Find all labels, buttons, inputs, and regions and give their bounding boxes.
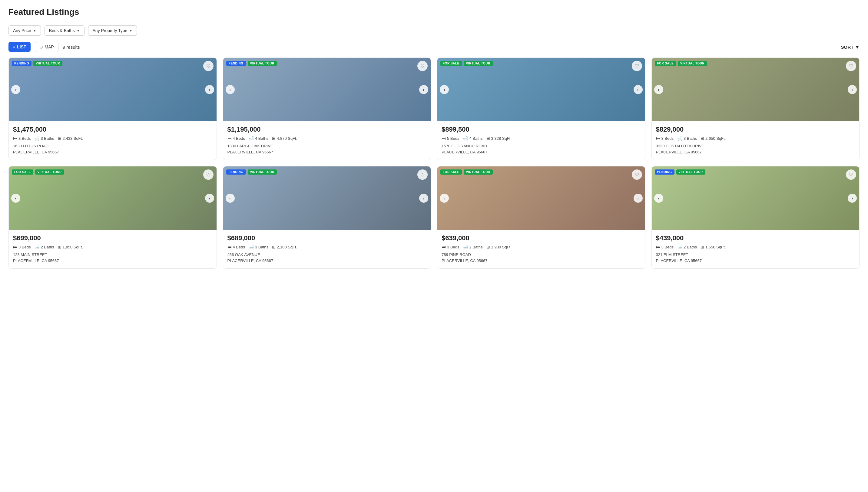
prev-image-button[interactable]: ‹ <box>11 194 20 203</box>
beds-detail: 🛏 3 Beds <box>13 136 30 141</box>
favorite-button[interactable]: ♡ <box>417 61 428 71</box>
prev-image-button[interactable]: ‹ <box>226 85 235 94</box>
bath-icon: 🛁 <box>249 245 254 249</box>
beds-value: 4 Beds <box>233 136 245 141</box>
baths-value: 3 Baths <box>255 245 268 249</box>
next-image-button[interactable]: › <box>634 85 643 94</box>
sqft-icon: ⊞ <box>272 245 276 249</box>
card-price: $1,475,000 <box>13 126 212 133</box>
badge-row: PENDING VIRTUAL TOUR <box>655 169 705 175</box>
virtual-tour-badge: VIRTUAL TOUR <box>248 61 277 66</box>
list-button-label: LIST <box>17 45 26 49</box>
baths-value: 4 Baths <box>469 136 483 141</box>
property-type-filter[interactable]: Any Property Type ▼ <box>88 25 137 36</box>
price-filter-chevron: ▼ <box>33 29 36 32</box>
sqft-value: 1,650 SqFt. <box>705 245 726 249</box>
status-badge: PENDING <box>226 61 246 66</box>
prev-image-button[interactable]: ‹ <box>440 85 449 94</box>
favorite-button[interactable]: ♡ <box>417 169 428 180</box>
map-button-label: MAP <box>45 45 54 49</box>
favorite-button[interactable]: ♡ <box>846 169 856 180</box>
favorite-button[interactable]: ♡ <box>203 169 213 180</box>
next-image-button[interactable]: › <box>205 194 214 203</box>
listing-card[interactable]: FOR SALE VIRTUAL TOUR ♡ ‹ › $829,000 🛏 3… <box>652 57 860 160</box>
bed-icon: 🛏 <box>13 136 17 141</box>
status-badge: FOR SALE <box>440 169 462 175</box>
sqft-icon: ⊞ <box>701 245 704 249</box>
listing-card[interactable]: PENDING VIRTUAL TOUR ♡ ‹ › $689,000 🛏 4 … <box>223 166 431 269</box>
sort-button[interactable]: SORT ▼ <box>841 45 860 50</box>
beds-value: 3 Beds <box>19 245 30 249</box>
next-image-button[interactable]: › <box>848 194 857 203</box>
baths-value: 4 Baths <box>255 136 268 141</box>
baths-detail: 🛁 2 Baths <box>34 245 54 249</box>
prev-image-button[interactable]: ‹ <box>440 194 449 203</box>
list-view-button[interactable]: ≡ LIST <box>8 42 30 52</box>
map-view-button[interactable]: ⊙ MAP <box>35 42 58 52</box>
favorite-button[interactable]: ♡ <box>632 61 642 71</box>
property-type-chevron: ▼ <box>129 29 132 32</box>
sqft-detail: ⊞ 1,850 SqFt. <box>58 245 83 249</box>
listing-card[interactable]: PENDING VIRTUAL TOUR ♡ ‹ › $1,195,000 🛏 … <box>223 57 431 160</box>
next-image-button[interactable]: › <box>419 85 428 94</box>
sqft-icon: ⊞ <box>58 245 62 249</box>
listing-card[interactable]: PENDING VIRTUAL TOUR ♡ ‹ › $439,000 🛏 3 … <box>652 166 860 269</box>
card-details: 🛏 4 Beds 🛁 3 Baths ⊞ 2,100 SqFt. <box>228 245 427 249</box>
prev-image-button[interactable]: ‹ <box>654 194 663 203</box>
card-price: $439,000 <box>656 234 855 242</box>
beds-value: 3 Beds <box>661 136 674 141</box>
page-title: Featured Listings <box>8 7 860 17</box>
card-address: 321 ELM STREET PLACERVILLE, CA 95667 <box>656 252 855 264</box>
prev-image-button[interactable]: ‹ <box>11 85 20 94</box>
list-icon: ≡ <box>13 45 15 49</box>
virtual-tour-badge: VIRTUAL TOUR <box>248 169 277 175</box>
favorite-button[interactable]: ♡ <box>846 61 856 71</box>
beds-detail: 🛏 3 Beds <box>656 136 674 141</box>
prev-image-button[interactable]: ‹ <box>654 85 663 94</box>
card-body: $1,475,000 🛏 3 Beds 🛁 3 Baths ⊞ 2,433 Sq… <box>9 121 216 160</box>
address-line1: 1570 OLD RANCH ROAD <box>442 143 641 149</box>
address-line2: PLACERVILLE, CA 95667 <box>442 258 641 264</box>
address-line1: 321 ELM STREET <box>656 252 855 258</box>
card-body: $1,195,000 🛏 4 Beds 🛁 4 Baths ⊞ 4,870 Sq… <box>223 121 431 160</box>
favorite-button[interactable]: ♡ <box>203 61 213 71</box>
beds-baths-filter[interactable]: Beds & Baths ▼ <box>45 25 85 36</box>
listing-card[interactable]: PENDING VIRTUAL TOUR ♡ ‹ › $1,475,000 🛏 … <box>8 57 217 160</box>
listing-card[interactable]: FOR SALE VIRTUAL TOUR ♡ ‹ › $699,000 🛏 3… <box>8 166 217 269</box>
virtual-tour-badge: VIRTUAL TOUR <box>464 61 493 66</box>
card-details: 🛏 3 Beds 🛁 2 Baths ⊞ 1,980 SqFt. <box>442 245 641 249</box>
sqft-icon: ⊞ <box>701 136 704 141</box>
listing-card[interactable]: FOR SALE VIRTUAL TOUR ♡ ‹ › $639,000 🛏 3… <box>437 166 646 269</box>
address-line1: 1300 LARGE OAK DRIVE <box>228 143 427 149</box>
sqft-detail: ⊞ 2,100 SqFt. <box>272 245 297 249</box>
sqft-detail: ⊞ 1,650 SqFt. <box>701 245 726 249</box>
property-type-filter-label: Any Property Type <box>93 28 127 33</box>
price-filter[interactable]: Any Price ▼ <box>8 25 41 36</box>
card-body: $689,000 🛏 4 Beds 🛁 3 Baths ⊞ 2,100 SqFt… <box>223 230 431 268</box>
address-line2: PLACERVILLE, CA 95667 <box>656 149 855 155</box>
favorite-button[interactable]: ♡ <box>632 169 642 180</box>
sqft-icon: ⊞ <box>486 136 490 141</box>
baths-value: 3 Baths <box>41 136 54 141</box>
listing-card[interactable]: FOR SALE VIRTUAL TOUR ♡ ‹ › $899,500 🛏 5… <box>437 57 646 160</box>
next-image-button[interactable]: › <box>419 194 428 203</box>
card-details: 🛏 3 Beds 🛁 3 Baths ⊞ 2,650 SqFt. <box>656 136 855 141</box>
address-line2: PLACERVILLE, CA 95667 <box>228 149 427 155</box>
badge-row: FOR SALE VIRTUAL TOUR <box>440 169 493 175</box>
listings-grid: PENDING VIRTUAL TOUR ♡ ‹ › $1,475,000 🛏 … <box>8 57 860 269</box>
card-price: $899,500 <box>442 126 641 133</box>
sqft-value: 1,980 SqFt. <box>491 245 512 249</box>
bed-icon: 🛏 <box>228 136 232 141</box>
card-image-wrap: FOR SALE VIRTUAL TOUR ♡ ‹ › <box>652 58 860 121</box>
next-image-button[interactable]: › <box>634 194 643 203</box>
address-line2: PLACERVILLE, CA 95667 <box>228 258 427 264</box>
baths-value: 3 Baths <box>684 136 697 141</box>
bath-icon: 🛁 <box>463 245 468 249</box>
address-line1: 3330 COSTALOTTA DRIVE <box>656 143 855 149</box>
prev-image-button[interactable]: ‹ <box>226 194 235 203</box>
next-image-button[interactable]: › <box>205 85 214 94</box>
next-image-button[interactable]: › <box>848 85 857 94</box>
card-image-wrap: PENDING VIRTUAL TOUR ♡ ‹ › <box>9 58 216 121</box>
map-icon: ⊙ <box>39 45 43 49</box>
status-badge: FOR SALE <box>12 169 33 175</box>
